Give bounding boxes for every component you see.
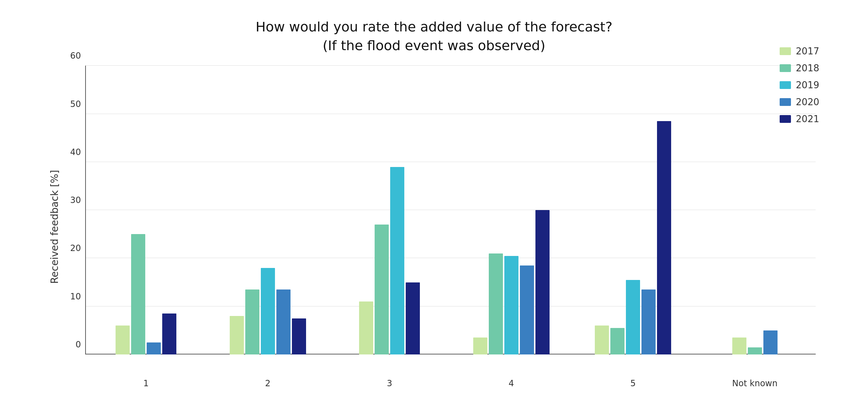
bar-1-3	[276, 289, 291, 354]
bar-4-2	[626, 280, 640, 354]
x-tick-0: 1	[85, 378, 207, 388]
bar-5-0	[732, 338, 746, 354]
bar-1-0	[230, 316, 244, 354]
bar-3-3	[520, 265, 534, 354]
chart-container: How would you rate the added value of th…	[45, 18, 823, 388]
legend-item-2020: 2020	[780, 97, 819, 107]
y-tick-60: 60	[70, 51, 81, 61]
legend: 20172018201920202021	[780, 46, 819, 124]
legend-color-2021	[780, 115, 791, 123]
title-line1: How would you rate the added value of th…	[256, 19, 612, 35]
bar-2-2	[390, 167, 404, 354]
bar-4-4	[657, 121, 671, 354]
group-bars-1	[207, 66, 329, 354]
y-tick-40: 40	[70, 147, 81, 157]
bar-3-1	[489, 253, 503, 354]
legend-label-2018: 2018	[796, 63, 819, 73]
legend-label-2019: 2019	[796, 80, 819, 90]
bar-5-3	[763, 330, 778, 354]
y-tick-0: 0	[76, 340, 81, 350]
bar-0-4	[162, 314, 176, 354]
x-tick-3: 4	[451, 378, 573, 388]
title-line2: (If the flood event was observed)	[323, 38, 545, 53]
legend-label-2020: 2020	[796, 97, 819, 107]
y-tick-50: 50	[70, 99, 81, 109]
y-tick-30: 30	[70, 195, 81, 205]
chart-body: Received feedback [%] 0102030405060 1234…	[45, 66, 823, 388]
x-axis: 12345Not known	[85, 378, 816, 388]
bar-4-3	[641, 289, 656, 354]
bar-group-3	[451, 66, 573, 354]
bar-group-4	[572, 66, 694, 354]
bar-2-4	[406, 282, 420, 354]
y-tick-20: 20	[70, 243, 81, 253]
legend-color-2020	[780, 98, 791, 106]
legend-item-2018: 2018	[780, 63, 819, 73]
bar-2-1	[375, 225, 389, 354]
bar-group-0	[85, 66, 207, 354]
bar-group-2	[329, 66, 451, 354]
legend-color-2019	[780, 81, 791, 89]
bar-2-0	[359, 301, 373, 354]
group-bars-4	[572, 66, 694, 354]
bar-4-0	[595, 326, 609, 354]
bar-1-4	[292, 318, 306, 354]
legend-label-2021: 2021	[796, 114, 819, 124]
legend-color-2017	[780, 47, 791, 55]
bar-1-1	[245, 289, 259, 354]
x-tick-1: 2	[207, 378, 329, 388]
group-bars-3	[451, 66, 573, 354]
x-tick-5: Not known	[694, 378, 816, 388]
legend-item-2017: 2017	[780, 46, 819, 56]
chart-area: 0102030405060 12345Not known	[60, 66, 823, 388]
group-bars-0	[85, 66, 207, 354]
bar-group-1	[207, 66, 329, 354]
bar-0-0	[116, 326, 130, 354]
legend-color-2018	[780, 64, 791, 72]
bar-1-2	[261, 268, 275, 354]
bar-0-1	[131, 234, 145, 354]
plot-area: 0102030405060	[85, 66, 816, 354]
y-tick-10: 10	[70, 292, 81, 301]
bar-3-2	[504, 256, 518, 354]
x-tick-4: 5	[572, 378, 694, 388]
bar-0-3	[147, 342, 161, 354]
legend-item-2019: 2019	[780, 80, 819, 90]
legend-item-2021: 2021	[780, 114, 819, 124]
bars-container	[85, 66, 816, 354]
group-bars-2	[329, 66, 451, 354]
y-axis-label: Received feedback [%]	[45, 66, 60, 388]
bar-3-0	[473, 338, 487, 354]
bar-5-1	[748, 347, 762, 354]
bar-4-1	[610, 328, 624, 354]
bar-3-4	[535, 210, 550, 354]
x-tick-2: 3	[329, 378, 451, 388]
chart-title: How would you rate the added value of th…	[256, 18, 612, 55]
legend-label-2017: 2017	[796, 46, 819, 56]
